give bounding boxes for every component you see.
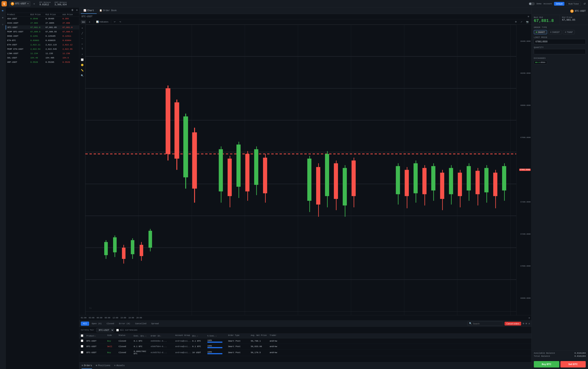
chart-symbol-bar: BTC-USDT ⚙: [79, 14, 531, 19]
zoom-tool[interactable]: 🔍: [80, 73, 85, 78]
crosshair-tool[interactable]: ✛: [80, 26, 85, 30]
quantity-input[interactable]: [534, 49, 586, 54]
default-button[interactable]: Default: [554, 2, 564, 6]
text-tool[interactable]: T: [80, 47, 85, 51]
market-row[interactable]: AVAX-USDT 27.803 27.8055 27.808: [6, 21, 79, 25]
svg-rect-32: [219, 149, 223, 191]
market-row[interactable]: PERP ETH-USDT 2,622.54 2,622.545 2,622.5…: [6, 47, 79, 51]
list-icon[interactable]: ≡: [1, 16, 5, 20]
tab-positions[interactable]: ⊞ Positions: [96, 363, 110, 369]
bid-mid-row: Best Bid 67,881.8 Mid Price 67,881.85: [531, 15, 588, 25]
order-type-sweep[interactable]: SWEEP: [548, 30, 562, 34]
market-settings-icon[interactable]: ⚙: [76, 9, 78, 11]
pen-tool[interactable]: ✏: [80, 41, 85, 46]
currency-pair-select[interactable]: BTC-USDT: [96, 328, 114, 332]
time-label: 09:00: [105, 317, 110, 319]
fullscreen-button[interactable]: ⤢: [519, 20, 523, 24]
line-tool[interactable]: ╱: [80, 31, 85, 36]
svg-rect-18: [131, 240, 134, 254]
shapes-tool[interactable]: ⬜: [80, 57, 85, 62]
market-row[interactable]: ETH-BTC 0.03863 0.038635 0.03864: [6, 38, 79, 43]
select-all-checkbox[interactable]: [81, 334, 83, 337]
eye-icon[interactable]: 👁: [1, 9, 5, 13]
chart-type-button[interactable]: 🕯: [88, 20, 92, 24]
market-row[interactable]: DOGE-USDT 0.1291 0.129105 0.12911: [6, 34, 79, 38]
order-type-row: SMART SWEEP TWAP: [531, 29, 588, 36]
demo-toggle[interactable]: [529, 2, 535, 5]
timeframe-1m-button[interactable]: 1m: [81, 20, 86, 24]
search-input[interactable]: [473, 322, 501, 325]
exchange-dot3: [539, 62, 540, 63]
order-type-smart[interactable]: SMART: [534, 30, 547, 34]
market-row[interactable]: PERP BTC-USDT 67,889.5 67,889.55 67,889.…: [6, 30, 79, 34]
market-row[interactable]: LINK-USDT 11.234 11.235 11.236: [6, 51, 79, 56]
total-balance-value: 0.0181204: [575, 355, 586, 357]
orders-tab-closed[interactable]: Closed: [104, 322, 117, 326]
market-row[interactable]: ETH-USDT 2,622.11 2,622.115 2,622.12: [6, 43, 79, 47]
svg-rect-68: [449, 168, 453, 194]
row-product: BTC-USDT: [87, 340, 107, 342]
bid-price: 2,622.11: [30, 44, 46, 46]
tab-orderbook[interactable]: 📋 Order Book: [97, 8, 119, 14]
sell-button[interactable]: Sell BTC: [560, 361, 586, 368]
orders-tab-spread[interactable]: Spread: [149, 322, 161, 326]
orders-tab-open[interactable]: Open (0): [89, 322, 104, 326]
tab-orders[interactable]: ≡ Orders: [82, 363, 92, 369]
tab-chart[interactable]: 📈 Chart: [81, 8, 97, 14]
market-row[interactable]: ADA-USDT 0.3549 0.35495 0.355: [6, 17, 79, 21]
refresh-button[interactable]: ↺: [583, 1, 587, 6]
main-layout: 👁 ≡ ○ 🗑 ⚙ Product Bid Price Mid Price As…: [0, 8, 588, 369]
multi-ticket-button[interactable]: Multi Ticket: [566, 2, 581, 6]
ruler-tool[interactable]: 📏: [80, 68, 85, 72]
orders-tab-all[interactable]: All: [81, 322, 89, 326]
orders-tab-cancelled[interactable]: Cancelled: [133, 322, 149, 326]
row-checkbox[interactable]: [81, 345, 83, 348]
btc-balance-value: 9.01812: [39, 3, 51, 6]
col-header-trader: Trader: [270, 334, 289, 338]
row-checkbox[interactable]: [81, 339, 83, 342]
market-row[interactable]: XRP-USDT 0.5528 0.55285 0.5529: [6, 60, 79, 64]
redo-button[interactable]: ↪: [118, 20, 122, 24]
market-row[interactable]: SOL-USDT 154.49 154.495 154.5: [6, 56, 79, 60]
tab-assets[interactable]: ≡ Assets: [114, 363, 124, 369]
limit-price-input[interactable]: [534, 39, 586, 44]
all-currencies-checkbox-label[interactable]: All currencies: [116, 329, 137, 331]
row-side: Buy: [107, 351, 118, 354]
emoji-tool[interactable]: 😊: [80, 63, 85, 67]
table-row: BTC-USDT Sell Closed 0.1 BTC e506f884-0.…: [79, 344, 531, 349]
row-checkbox[interactable]: [81, 351, 83, 353]
svg-rect-62: [422, 168, 427, 194]
orders-settings-icon[interactable]: ⚙: [526, 322, 527, 325]
orders-refresh-icon[interactable]: ↺: [529, 322, 530, 325]
mid-price: 0.129105: [46, 35, 62, 37]
measure-tool[interactable]: ⚡: [80, 52, 85, 57]
product-name: BTC-USDT: [8, 26, 30, 29]
svg-rect-46: [316, 167, 320, 205]
add-instrument-button[interactable]: +: [33, 1, 36, 6]
cancel-orders-button[interactable]: Cancel orders: [505, 322, 521, 326]
assets-icon: ≡: [114, 364, 115, 367]
exchanges-section: EXCHANGES okex: [531, 56, 588, 66]
svg-rect-66: [440, 173, 444, 199]
chart-toolbar: 1m 🕯 📊 Indicators ↩ ↪ ⚙ ⤢ 📷: [79, 19, 531, 25]
screenshot-button[interactable]: 📷: [525, 20, 530, 24]
undo-button[interactable]: ↩: [113, 20, 117, 24]
indicators-button[interactable]: 📊 Indicators: [95, 20, 109, 24]
orders-tab-error[interactable]: Error (0): [117, 322, 132, 326]
instrument-selector[interactable]: B BTC-USDT ▾: [9, 1, 30, 6]
mid-price: 154.495: [46, 57, 62, 59]
market-row[interactable]: BTC-USDT 67,881.8 67,881.85 67,881.9: [6, 25, 79, 30]
chart-settings-btn[interactable]: ⚙: [514, 20, 518, 24]
buy-button[interactable]: Buy BTC: [534, 361, 559, 368]
chart-settings-icon[interactable]: ⚙: [528, 15, 529, 18]
chart-gear-icon[interactable]: ⚙: [529, 317, 530, 319]
filter-icon[interactable]: ⚙: [523, 322, 524, 325]
orders-table-body: BTC-USDT Buy Closed 0.1 BTC eeb593bc-0..…: [79, 338, 531, 362]
info-icon[interactable]: ○: [1, 23, 5, 26]
order-type-twap[interactable]: TWAP: [563, 30, 575, 34]
market-delete-icon[interactable]: 🗑: [71, 9, 74, 11]
bid-price: 67,889.5: [30, 31, 46, 33]
horizontal-tool[interactable]: ─: [80, 36, 85, 41]
price-level: 66800.0000: [517, 297, 531, 299]
all-currencies-checkbox[interactable]: [116, 329, 119, 331]
